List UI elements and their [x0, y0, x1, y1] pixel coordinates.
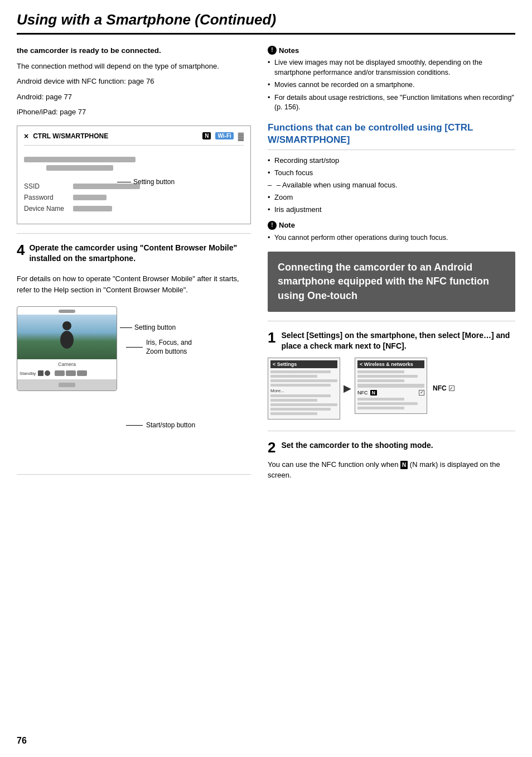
- device-label: Device Name: [24, 205, 69, 213]
- ctrl-smartphone-box: × CTRL W/SMARTPHONE N Wi-Fi ▓ SSID Passw…: [17, 126, 251, 224]
- note-item-2: Movies cannot be recorded on a smartphon…: [268, 80, 515, 90]
- wifi-badge: Wi-Fi: [215, 132, 233, 139]
- settings-more-label: More...: [270, 388, 337, 393]
- start-stop-annotation: Start/stop button: [126, 421, 195, 430]
- notes-heading-text: Notes: [279, 46, 299, 55]
- single-note-icon: !: [268, 221, 277, 230]
- s-line-3: [270, 379, 337, 382]
- iphone-text: iPhone/iPad: page 77: [17, 107, 251, 118]
- person-silhouette: [56, 320, 78, 354]
- two-col-layout: the camcorder is ready to be connected. …: [17, 46, 515, 492]
- wireless-panel: < Wireless & networks NFC N ✓: [355, 358, 427, 414]
- ctrl-device-row: Device Name: [24, 205, 244, 213]
- step4-body: For details on how to operate "Content B…: [17, 273, 251, 295]
- start-stop-label: Start/stop button: [146, 421, 195, 430]
- page: Using with a Smartphone (Continued) the …: [0, 0, 532, 757]
- note-item-3: For details about usage restrictions, se…: [268, 93, 515, 113]
- camera-label-row: Camera: [17, 359, 117, 368]
- password-label: Password: [24, 194, 69, 201]
- android-text: Android: page 77: [17, 91, 251, 103]
- w-line-3: [357, 379, 404, 382]
- setting-btn-label: Setting button: [133, 178, 175, 186]
- step2-number: 2: [268, 440, 275, 455]
- functions-list: Recording start/stop Touch focus – Avail…: [268, 156, 515, 215]
- single-note-item: You cannot perform other operations duri…: [268, 233, 515, 243]
- single-note-heading: ! Note: [268, 221, 515, 230]
- step1-row: 1 Select [Settings] on the smartphone, t…: [268, 330, 515, 352]
- step4-section: 4 Operate the camcorder using "Content B…: [17, 243, 251, 295]
- settings-panel: < Settings More...: [268, 358, 340, 420]
- ann-line-2: [120, 327, 132, 328]
- single-note-list: You cannot perform other operations duri…: [268, 233, 515, 243]
- device-bar: [73, 206, 112, 211]
- left-column: the camcorder is ready to be connected. …: [17, 46, 251, 492]
- ctrl-title: CTRL W/SMARTPHONE: [33, 132, 198, 140]
- right-column: ! Notes Live view images may not be disp…: [268, 46, 515, 492]
- s-line-4: [270, 384, 331, 387]
- ctrl-x-icon: ×: [24, 132, 28, 141]
- notes-icon: !: [268, 46, 277, 55]
- function-item-3: Zoom: [268, 192, 515, 202]
- notes-list: Live view images may not be displayed sm…: [268, 58, 515, 113]
- arrow-connector: ▶: [344, 382, 351, 394]
- gray-banner: Connecting the camcorder to an Android s…: [268, 252, 515, 312]
- step2-heading: Set the camcorder to the shooting mode.: [281, 440, 433, 451]
- s-line-7: [270, 403, 337, 406]
- phone-body: Camera Standby: [17, 306, 117, 391]
- s-line-6: [270, 399, 317, 402]
- nfc-outside-label: NFC ✓: [433, 384, 454, 392]
- w-line-long: [357, 384, 424, 388]
- iris-btn-1: [55, 370, 65, 376]
- signal-icon: ▓: [238, 132, 244, 141]
- iris-zoom-btns: [55, 370, 87, 376]
- step2-body: You can use the NFC function only when N…: [268, 459, 515, 481]
- password-bar: [73, 195, 107, 200]
- single-note-heading-text: Note: [279, 221, 295, 229]
- nfc-chk-label: NFC: [357, 390, 368, 396]
- s-line-2: [270, 375, 317, 378]
- n-mark: N: [400, 461, 408, 469]
- w-line-2: [357, 375, 418, 378]
- ctrl-password-row: Password: [24, 194, 244, 201]
- divider-2: [17, 474, 251, 475]
- step4-number: 4: [17, 243, 25, 257]
- s-line-9: [270, 412, 317, 415]
- divider-1: [17, 233, 251, 234]
- camera-label: Camera: [20, 361, 114, 367]
- page-title: Using with a Smartphone (Continued): [17, 11, 515, 28]
- step1-number: 1: [268, 330, 275, 345]
- nfc-badge: N: [202, 132, 211, 139]
- step2-section: 2 Set the camcorder to the shooting mode…: [268, 440, 515, 481]
- nfc-text: NFC: [433, 384, 447, 392]
- iris-label: Iris, Focus, andZoom buttons: [146, 339, 192, 356]
- ssid-label: SSID: [24, 182, 69, 190]
- notes-section: ! Notes Live view images may not be disp…: [268, 46, 515, 113]
- setting-btn-line: Setting button: [117, 178, 175, 186]
- s-line-1: [270, 370, 331, 373]
- standby-label: Standby: [20, 371, 36, 376]
- standby-btn-2: [45, 370, 50, 376]
- standby-row: Standby: [17, 370, 117, 376]
- w-line-1: [357, 370, 404, 373]
- connection-text: The connection method will depend on the…: [17, 61, 251, 72]
- s-line-5: [270, 394, 331, 397]
- divider-4: [268, 431, 515, 431]
- setting-btn-ann-label: Setting button: [134, 324, 176, 331]
- w-line-6: [357, 407, 404, 409]
- note-item-1: Live view images may not be displayed sm…: [268, 58, 515, 78]
- nfc-checkbox-row: NFC N ✓: [357, 390, 424, 396]
- nfc-outer-checkbox[interactable]: ✓: [449, 385, 454, 391]
- function-item-4: Iris adjustment: [268, 205, 515, 215]
- ctrl-bars-area: [24, 152, 244, 178]
- standby-buttons: [38, 370, 50, 376]
- gray-bar-1: [24, 157, 136, 162]
- page-header: Using with a Smartphone (Continued): [17, 11, 515, 35]
- nfc-checkbox[interactable]: ✓: [419, 390, 424, 396]
- step4-heading: Operate the camcorder using "Content Bro…: [29, 243, 251, 264]
- step1-heading: Select [Settings] on the smartphone, the…: [281, 330, 515, 352]
- settings-panel-title: < Settings: [270, 360, 337, 368]
- nfc-mockup: < Settings More... ▶: [268, 358, 515, 420]
- ann-line-setting: [117, 182, 131, 182]
- standby-btn-1: [38, 370, 43, 376]
- functions-heading: Functions that can be controlled using […: [268, 122, 515, 150]
